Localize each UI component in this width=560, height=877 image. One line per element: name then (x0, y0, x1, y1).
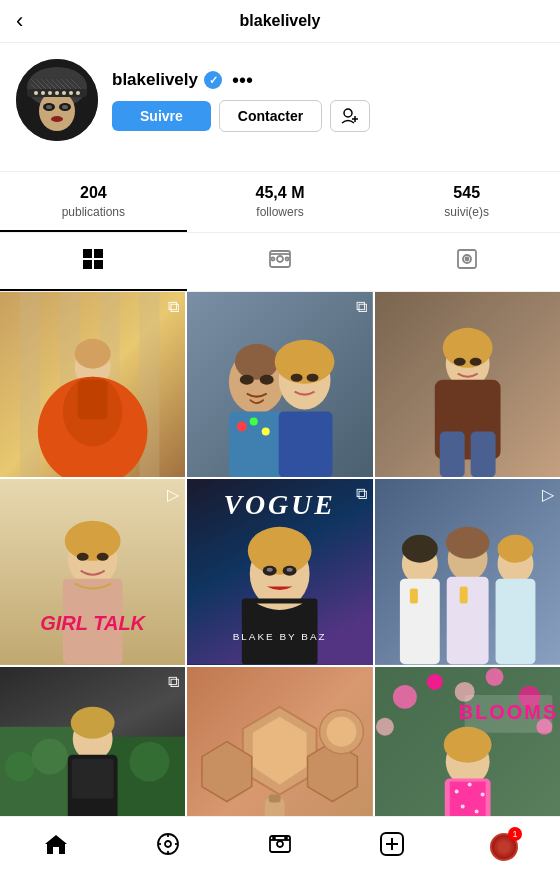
photo-7-badge: ⧉ (168, 673, 179, 691)
nav-reels[interactable] (224, 825, 336, 869)
svg-text:BLAKE BY BAZ: BLAKE BY BAZ (233, 632, 327, 643)
photo-5-badge: ⧉ (356, 485, 367, 503)
stats-row: 204 publications 45,4 M followers 545 su… (0, 171, 560, 233)
svg-point-45 (260, 375, 274, 385)
svg-point-12 (55, 91, 59, 95)
svg-rect-40 (78, 380, 108, 420)
svg-rect-32 (20, 292, 40, 477)
svg-text:VOGUE: VOGUE (224, 489, 337, 520)
svg-point-134 (165, 841, 171, 847)
tabs-row (0, 233, 560, 292)
profile-nav-badge: 1 (508, 827, 522, 841)
grid-icon (81, 247, 105, 277)
stat-following[interactable]: 545 suivi(e)s (373, 172, 560, 232)
svg-point-53 (250, 418, 258, 426)
svg-rect-90 (459, 587, 467, 604)
stat-publications[interactable]: 204 publications (0, 172, 187, 232)
svg-point-129 (467, 782, 471, 786)
stat-followers[interactable]: 45,4 M followers (187, 172, 374, 232)
svg-rect-108 (269, 794, 281, 802)
svg-point-128 (454, 789, 458, 793)
svg-point-95 (5, 751, 35, 781)
svg-point-99 (71, 707, 115, 739)
svg-point-87 (497, 535, 533, 563)
svg-point-6 (62, 105, 68, 109)
svg-point-130 (480, 792, 484, 796)
grid-item-2[interactable]: ⧉ (187, 292, 372, 477)
grid-item-5[interactable]: VOGUE BLAKE BY BAZ (187, 479, 372, 664)
svg-point-25 (272, 258, 275, 261)
svg-point-44 (240, 375, 254, 385)
new-post-icon (379, 831, 405, 863)
svg-point-125 (443, 726, 491, 762)
bottom-nav: 1 (0, 816, 560, 877)
profile-username: blakelively (112, 70, 198, 90)
svg-point-52 (237, 422, 247, 432)
photo-1-badge: ⧉ (168, 298, 179, 316)
add-user-button[interactable] (330, 100, 370, 132)
svg-rect-88 (495, 579, 535, 665)
svg-point-66 (77, 553, 89, 561)
svg-point-118 (376, 717, 394, 735)
header-title: blakelively (240, 12, 321, 30)
photo-6-badge: ▷ (542, 485, 554, 504)
svg-point-37 (75, 339, 111, 369)
svg-point-97 (130, 741, 170, 781)
svg-rect-60 (470, 431, 495, 477)
nav-home[interactable] (0, 825, 112, 869)
grid-item-1[interactable]: ⧉ (0, 292, 185, 477)
avatar[interactable] (16, 59, 98, 141)
svg-rect-59 (439, 431, 464, 477)
nav-explore[interactable] (112, 825, 224, 869)
svg-point-13 (62, 91, 66, 95)
svg-point-131 (460, 804, 464, 808)
publications-label: publications (62, 205, 125, 219)
following-label: suivi(e)s (444, 205, 489, 219)
svg-point-84 (445, 527, 489, 559)
nav-new-post[interactable] (336, 825, 448, 869)
svg-point-77 (287, 568, 293, 572)
photo-grid: ⧉ (0, 292, 560, 852)
adduser-icon (341, 108, 359, 124)
svg-point-15 (76, 91, 80, 95)
profile-info: blakelively ✓ ••• Suivre Contacter (112, 69, 544, 132)
svg-point-142 (273, 837, 275, 839)
nav-profile[interactable]: 1 (448, 825, 560, 869)
grid-item-3[interactable] (375, 292, 560, 477)
svg-point-49 (307, 374, 319, 382)
svg-rect-21 (83, 260, 92, 269)
svg-rect-20 (94, 249, 103, 258)
back-button[interactable]: ‹ (16, 8, 23, 34)
photo-4-badge: ▷ (167, 485, 179, 504)
svg-point-72 (248, 527, 312, 575)
tab-reels[interactable] (187, 233, 374, 291)
grid-item-4[interactable]: ▷ GIRL TALK (0, 479, 185, 664)
svg-point-43 (235, 344, 279, 380)
svg-point-76 (267, 568, 273, 572)
svg-rect-82 (400, 579, 440, 665)
photo-2-badge: ⧉ (356, 298, 367, 316)
svg-point-7 (51, 116, 63, 122)
profile-name-row: blakelively ✓ ••• (112, 69, 544, 92)
svg-point-57 (442, 328, 492, 368)
profile-top: blakelively ✓ ••• Suivre Contacter (16, 59, 544, 141)
follow-button[interactable]: Suivre (112, 101, 211, 131)
svg-point-48 (291, 374, 303, 382)
svg-rect-101 (72, 758, 114, 798)
svg-point-132 (474, 809, 478, 813)
contact-button[interactable]: Contacter (219, 100, 322, 132)
home-icon (43, 832, 69, 862)
svg-point-30 (465, 258, 468, 261)
svg-point-9 (34, 91, 38, 95)
svg-point-65 (65, 521, 121, 561)
svg-point-67 (97, 553, 109, 561)
svg-point-96 (32, 738, 68, 774)
tab-tagged[interactable] (373, 233, 560, 291)
tab-grid[interactable] (0, 233, 187, 291)
grid-item-6[interactable]: ▷ (375, 479, 560, 664)
more-options-button[interactable]: ••• (232, 69, 253, 92)
svg-point-26 (286, 258, 289, 261)
svg-point-10 (41, 91, 45, 95)
svg-point-16 (344, 109, 352, 117)
svg-point-54 (262, 428, 270, 436)
